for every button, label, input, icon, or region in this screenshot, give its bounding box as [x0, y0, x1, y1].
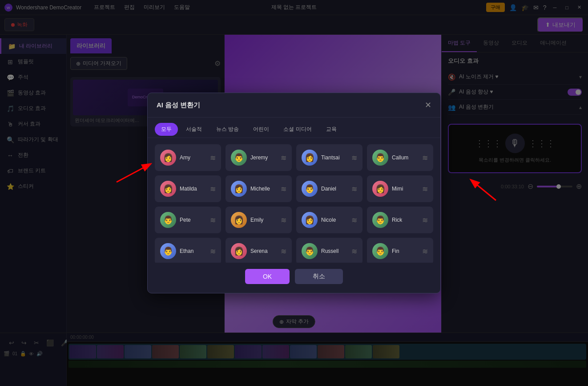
voice-card-mimi[interactable]: 👩 Mimi ≋: [367, 175, 433, 202]
voice-name-ethan: Ethan: [180, 248, 206, 254]
waveform-icon-emily[interactable]: ≋: [281, 216, 286, 224]
voice-card-callum[interactable]: 👨 Callum ≋: [367, 144, 433, 171]
waveform-icon-pete[interactable]: ≋: [210, 216, 216, 224]
waveform-icon-amy[interactable]: ≋: [210, 154, 216, 162]
voice-name-serena: Serena: [250, 248, 277, 254]
voice-name-mimi: Mimi: [392, 186, 419, 192]
voice-name-matilda: Matilda: [180, 186, 206, 192]
voice-card-tiantsai[interactable]: 👩 Tiantsai ≋: [296, 144, 362, 171]
waveform-icon-daniel[interactable]: ≋: [351, 185, 357, 193]
modal-tab-news[interactable]: 뉴스 방송: [210, 123, 245, 136]
voice-card-fin[interactable]: 👨 Fin ≋: [367, 238, 433, 263]
voice-name-jeremy: Jeremy: [250, 154, 277, 161]
waveform-icon-serena[interactable]: ≋: [281, 247, 286, 256]
waveform-icon-fin[interactable]: ≋: [422, 247, 428, 256]
voice-avatar-tiantsai: 👩: [302, 150, 318, 166]
voice-avatar-matilda: 👩: [160, 181, 176, 197]
voice-card-daniel[interactable]: 👨 Daniel ≋: [296, 175, 362, 202]
voice-avatar-amy: 👩: [160, 150, 176, 166]
svg-line-5: [117, 164, 150, 182]
voice-grid: 👩 Amy ≋ 👨 Jeremy ≋ 👩 Tiantsai ≋ 👨 Callum…: [148, 138, 440, 263]
voice-card-rick[interactable]: 👨 Rick ≋: [367, 207, 433, 233]
waveform-icon-callum[interactable]: ≋: [422, 154, 428, 162]
voice-avatar-fin: 👨: [372, 243, 388, 259]
voice-name-michelle: Michelle: [250, 186, 277, 192]
waveform-icon-rick[interactable]: ≋: [422, 216, 428, 224]
voice-card-pete[interactable]: 👨 Pete ≋: [155, 207, 221, 233]
modal-title: AI 음성 변환기: [157, 101, 200, 110]
cancel-button[interactable]: 취소: [295, 269, 343, 284]
modal-tab-all[interactable]: 모두: [155, 123, 178, 136]
modal-close-button[interactable]: ✕: [425, 100, 431, 110]
voice-name-tiantsai: Tiantsai: [321, 154, 348, 161]
ai-voice-changer-modal: AI 음성 변환기 ✕ 모두 서술적 뉴스 방송 어린이 소셜 미디어 교육 👩…: [147, 93, 441, 293]
voice-card-ethan[interactable]: 👨 Ethan ≋: [155, 238, 221, 263]
waveform-icon-ethan[interactable]: ≋: [210, 247, 216, 256]
voice-name-nicole: Nicole: [321, 217, 348, 223]
modal-tab-children[interactable]: 어린이: [247, 123, 275, 136]
modal-header: AI 음성 변환기 ✕: [148, 93, 440, 118]
ok-button[interactable]: OK: [245, 269, 290, 284]
modal-tab-education[interactable]: 교육: [320, 123, 343, 136]
voice-avatar-ethan: 👨: [160, 243, 176, 259]
modal-overlay[interactable]: AI 음성 변환기 ✕ 모두 서술적 뉴스 방송 어린이 소셜 미디어 교육 👩…: [0, 0, 588, 386]
voice-avatar-mimi: 👩: [372, 181, 388, 197]
voice-avatar-michelle: 👩: [231, 181, 247, 197]
waveform-icon-jeremy[interactable]: ≋: [281, 154, 286, 162]
modal-footer: OK 취소: [148, 263, 440, 284]
voice-card-russell[interactable]: 👨 Russell ≋: [296, 238, 362, 263]
waveform-icon-mimi[interactable]: ≋: [422, 185, 428, 193]
voice-avatar-callum: 👨: [372, 150, 388, 166]
waveform-icon-michelle[interactable]: ≋: [281, 185, 286, 193]
voice-name-daniel: Daniel: [321, 186, 348, 192]
modal-tab-social[interactable]: 소셜 미디어: [277, 123, 318, 136]
voice-name-fin: Fin: [392, 248, 419, 254]
voice-card-emily[interactable]: 👩 Emily ≋: [226, 207, 292, 233]
voice-name-amy: Amy: [180, 154, 206, 161]
voice-avatar-emily: 👩: [231, 212, 247, 228]
voice-name-russell: Russell: [321, 248, 348, 254]
waveform-icon-nicole[interactable]: ≋: [351, 216, 357, 224]
voice-avatar-nicole: 👩: [302, 212, 318, 228]
voice-avatar-rick: 👨: [372, 212, 388, 228]
voice-card-nicole[interactable]: 👩 Nicole ≋: [296, 207, 362, 233]
voice-card-serena[interactable]: 👩 Serena ≋: [226, 238, 292, 263]
voice-avatar-daniel: 👨: [302, 181, 318, 197]
voice-name-emily: Emily: [250, 217, 277, 223]
waveform-icon-matilda[interactable]: ≋: [210, 185, 216, 193]
voice-card-michelle[interactable]: 👩 Michelle ≋: [226, 175, 292, 202]
waveform-icon-russell[interactable]: ≋: [351, 247, 357, 256]
voice-name-callum: Callum: [392, 154, 419, 161]
voice-name-rick: Rick: [392, 217, 419, 223]
voice-card-matilda[interactable]: 👩 Matilda ≋: [155, 175, 221, 202]
modal-tab-narrative[interactable]: 서술적: [180, 123, 208, 136]
waveform-icon-tiantsai[interactable]: ≋: [351, 154, 357, 162]
modal-tabs: 모두 서술적 뉴스 방송 어린이 소셜 미디어 교육: [148, 118, 440, 138]
voice-avatar-serena: 👩: [231, 243, 247, 259]
voice-avatar-russell: 👨: [302, 243, 318, 259]
voice-name-pete: Pete: [180, 217, 206, 223]
voice-card-jeremy[interactable]: 👨 Jeremy ≋: [226, 144, 292, 171]
voice-card-amy[interactable]: 👩 Amy ≋: [155, 144, 221, 171]
voice-avatar-jeremy: 👨: [231, 150, 247, 166]
voice-avatar-pete: 👨: [160, 212, 176, 228]
